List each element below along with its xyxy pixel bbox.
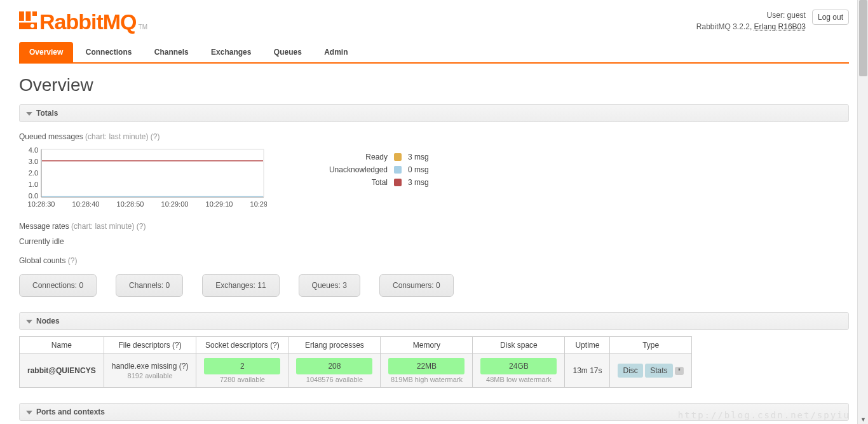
- th-mem: Memory: [381, 337, 473, 354]
- page-title: Overview: [19, 75, 849, 95]
- node-mem: 22MB 819MB high watermark: [381, 354, 473, 388]
- queued-messages-heading: Queued messages (chart: last minute) (?): [19, 132, 849, 141]
- legend-label-total: Total: [305, 178, 388, 187]
- svg-text:1.0: 1.0: [29, 181, 38, 188]
- node-disk: 24GB 48MB low watermark: [473, 354, 565, 388]
- legend-swatch-unack: [394, 166, 402, 174]
- logout-button[interactable]: Log out: [812, 10, 849, 25]
- node-ep: 208 1048576 available: [288, 354, 381, 388]
- queued-chart: 4.0 3.0 2.0 1.0 0.0 10:28:30 10:28:40 10…: [19, 146, 267, 212]
- table-row: rabbit@QUIENCYS handle.exe missing (?) 8…: [20, 354, 692, 388]
- svg-text:10:29:20: 10:29:20: [250, 200, 267, 208]
- chart-svg: 4.0 3.0 2.0 1.0 0.0 10:28:30 10:28:40 10…: [19, 146, 267, 210]
- version-line: RabbitMQ 3.2.2, Erlang R16B03: [696, 21, 806, 32]
- section-nodes[interactable]: Nodes: [19, 312, 849, 330]
- svg-text:0.0: 0.0: [29, 192, 38, 200]
- svg-text:10:29:00: 10:29:00: [161, 200, 189, 208]
- type-disc-badge[interactable]: Disc: [618, 364, 642, 378]
- chevron-down-icon: [26, 411, 32, 414]
- legend-swatch-total: [394, 179, 402, 186]
- legend-value-unack: 0 msg: [408, 165, 440, 174]
- scrollbar-thumb[interactable]: [859, 0, 867, 76]
- nodes-table: Name File descriptors (?) Socket descrip…: [19, 336, 692, 388]
- message-rates-idle: Currently idle: [19, 237, 849, 246]
- section-totals[interactable]: Totals: [19, 104, 849, 122]
- th-sd: Socket descriptors (?): [196, 337, 288, 354]
- th-disk: Disk space: [473, 337, 565, 354]
- message-rates-heading: Message rates (chart: last minute) (?): [19, 222, 849, 231]
- legend-value-ready: 3 msg: [408, 153, 440, 161]
- chart-legend: Ready 3 msg Unacknowledged 0 msg Total 3…: [305, 149, 440, 191]
- tab-overview[interactable]: Overview: [19, 42, 73, 62]
- count-connections[interactable]: Connections: 0: [19, 274, 97, 297]
- th-fd: File descriptors (?): [104, 337, 196, 354]
- svg-text:10:29:10: 10:29:10: [206, 200, 233, 208]
- logo-text: RabbitMQ: [39, 10, 137, 34]
- help-icon[interactable]: (?): [137, 222, 146, 231]
- th-type: Type: [610, 337, 691, 354]
- main-tabs: Overview Connections Channels Exchanges …: [19, 42, 849, 64]
- svg-text:4.0: 4.0: [29, 146, 38, 154]
- th-name: Name: [20, 337, 104, 354]
- section-ports[interactable]: Ports and contexts: [19, 403, 849, 421]
- scrollbar[interactable]: ▲ ▼: [857, 0, 868, 424]
- chevron-down-icon: [26, 112, 32, 116]
- logo-tm: TM: [139, 24, 147, 31]
- svg-text:10:28:40: 10:28:40: [72, 200, 100, 208]
- node-uptime: 13m 17s: [565, 354, 610, 388]
- scroll-down-icon[interactable]: ▼: [860, 416, 866, 422]
- legend-value-total: 3 msg: [408, 178, 440, 187]
- legend-label-ready: Ready: [305, 153, 388, 161]
- svg-rect-3: [32, 11, 37, 16]
- chevron-down-icon: [26, 320, 32, 324]
- count-consumers[interactable]: Consumers: 0: [379, 274, 454, 297]
- node-sd: 2 7280 available: [196, 354, 288, 388]
- count-exchanges[interactable]: Exchanges: 11: [202, 274, 279, 297]
- count-queues[interactable]: Queues: 3: [299, 274, 360, 297]
- rabbitmq-logo-icon: [19, 11, 37, 29]
- svg-text:2.0: 2.0: [29, 169, 38, 177]
- node-name[interactable]: rabbit@QUIENCYS: [20, 354, 104, 388]
- user-line: User: guest: [696, 10, 806, 21]
- svg-point-4: [31, 24, 34, 28]
- tab-connections[interactable]: Connections: [76, 42, 142, 62]
- tab-channels[interactable]: Channels: [144, 42, 199, 62]
- logo: RabbitMQ TM: [19, 10, 147, 34]
- global-counts-heading: Global counts (?): [19, 256, 849, 265]
- count-channels[interactable]: Channels: 0: [116, 274, 183, 297]
- svg-text:10:28:50: 10:28:50: [117, 200, 144, 208]
- node-fd: handle.exe missing (?) 8192 available: [104, 354, 196, 388]
- erlang-link[interactable]: Erlang R16B03: [754, 22, 806, 31]
- tab-exchanges[interactable]: Exchanges: [201, 42, 261, 62]
- help-icon[interactable]: (?): [68, 256, 78, 265]
- help-icon[interactable]: (?): [151, 132, 160, 141]
- svg-rect-0: [19, 11, 24, 21]
- type-extra-badge[interactable]: *: [675, 367, 684, 375]
- svg-rect-1: [26, 11, 31, 21]
- tab-queues[interactable]: Queues: [264, 42, 312, 62]
- svg-text:3.0: 3.0: [29, 158, 38, 165]
- legend-label-unack: Unacknowledged: [305, 165, 388, 174]
- type-stats-badge[interactable]: Stats: [645, 364, 672, 378]
- legend-swatch-ready: [394, 153, 402, 161]
- th-ep: Erlang processes: [288, 337, 381, 354]
- node-type: Disc Stats *: [610, 354, 691, 388]
- tab-admin[interactable]: Admin: [314, 42, 358, 62]
- th-uptime: Uptime: [565, 337, 610, 354]
- svg-text:10:28:30: 10:28:30: [28, 200, 55, 208]
